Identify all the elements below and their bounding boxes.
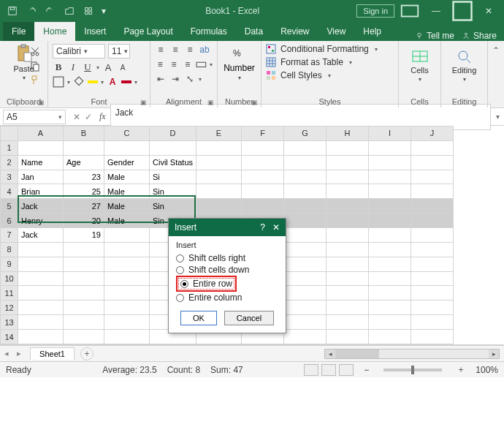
- expand-formula-icon[interactable]: ▾: [491, 113, 504, 121]
- borders-button[interactable]: [53, 76, 64, 88]
- new-sheet-button[interactable]: ＋: [80, 347, 93, 360]
- horizontal-scrollbar[interactable]: ◂ ▸: [324, 349, 500, 359]
- cancel-formula-icon[interactable]: ✕: [73, 112, 80, 122]
- cell[interactable]: Jan: [18, 170, 64, 184]
- collapse-ribbon-icon[interactable]: ⌃: [488, 41, 504, 107]
- cell[interactable]: Age: [64, 155, 104, 170]
- cell[interactable]: Male: [104, 199, 150, 214]
- format-as-table-button[interactable]: Format as Table▾: [266, 57, 394, 67]
- col-header[interactable]: G: [284, 126, 327, 141]
- view-page-layout-icon[interactable]: [321, 364, 336, 376]
- row-header[interactable]: 5: [1, 199, 18, 214]
- cell[interactable]: Jack: [18, 199, 64, 214]
- cell[interactable]: Gender: [104, 155, 150, 170]
- open-icon[interactable]: [61, 3, 77, 19]
- italic-button[interactable]: I: [67, 61, 79, 73]
- cell[interactable]: Si: [150, 170, 196, 184]
- zoom-level[interactable]: 100%: [476, 365, 498, 375]
- col-header[interactable]: F: [242, 126, 284, 141]
- dialog-titlebar[interactable]: Insert ? ✕: [169, 219, 286, 236]
- tab-review[interactable]: Review: [272, 22, 318, 41]
- share-button[interactable]: Share: [462, 31, 497, 41]
- row-header[interactable]: 1: [1, 140, 18, 155]
- col-header[interactable]: E: [196, 126, 242, 141]
- format-painter-icon[interactable]: [29, 75, 41, 86]
- fx-icon[interactable]: fx: [99, 111, 106, 122]
- cell[interactable]: 23: [64, 170, 104, 184]
- tell-me-button[interactable]: Tell me: [415, 31, 454, 41]
- editing-button[interactable]: Editing ▾: [446, 48, 483, 83]
- col-header[interactable]: I: [369, 126, 411, 141]
- row-header[interactable]: 4: [1, 184, 18, 199]
- name-box[interactable]: A5▾: [3, 110, 66, 124]
- col-header[interactable]: J: [411, 126, 454, 141]
- cell[interactable]: 19: [64, 228, 104, 243]
- tab-page-layout[interactable]: Page Layout: [115, 22, 181, 41]
- ribbon-options-icon[interactable]: [399, 2, 421, 20]
- zoom-slider[interactable]: [383, 369, 442, 371]
- cell-styles-button[interactable]: Cell Styles▾: [266, 70, 394, 80]
- row-header[interactable]: 6: [1, 214, 18, 228]
- tab-data[interactable]: Data: [236, 22, 272, 41]
- clipboard-launcher-icon[interactable]: ▣: [38, 99, 45, 106]
- signin-button[interactable]: Sign in: [356, 4, 394, 18]
- font-launcher-icon[interactable]: ▣: [140, 99, 147, 106]
- redo-icon[interactable]: [42, 3, 58, 19]
- alignment-launcher-icon[interactable]: ▣: [207, 99, 214, 106]
- row-header[interactable]: 7: [1, 228, 18, 243]
- col-header[interactable]: C: [104, 126, 150, 141]
- wrap-text-icon[interactable]: ab: [199, 44, 210, 56]
- align-middle-icon[interactable]: ≡: [169, 44, 181, 56]
- cell[interactable]: Male: [104, 170, 150, 184]
- align-right-icon[interactable]: ≡: [183, 58, 194, 70]
- maximize-icon[interactable]: [451, 2, 473, 20]
- cells-button[interactable]: Cells ▾: [403, 48, 436, 83]
- zoom-in-icon[interactable]: ＋: [457, 363, 465, 376]
- row-header[interactable]: 3: [1, 170, 18, 184]
- cell[interactable]: Henry: [18, 214, 64, 228]
- cell[interactable]: Sin: [150, 199, 196, 214]
- align-center-icon[interactable]: ≡: [169, 58, 180, 70]
- row-header[interactable]: 2: [1, 155, 18, 170]
- conditional-formatting-button[interactable]: Conditional Formatting▾: [266, 44, 394, 54]
- cut-icon[interactable]: [29, 45, 41, 57]
- underline-button[interactable]: U: [82, 61, 93, 73]
- align-bottom-icon[interactable]: ≡: [184, 44, 196, 56]
- cell[interactable]: 27: [64, 199, 104, 214]
- ok-button[interactable]: OK: [180, 311, 217, 325]
- increase-indent-icon[interactable]: ⇥: [169, 73, 181, 85]
- sheet-nav-icons[interactable]: ◂ ▸: [4, 349, 24, 358]
- number-format-button[interactable]: % Number ▾: [222, 44, 256, 81]
- cell[interactable]: 20: [64, 214, 104, 228]
- align-top-icon[interactable]: ≡: [155, 44, 167, 56]
- view-normal-icon[interactable]: [304, 364, 318, 376]
- tab-file[interactable]: File: [3, 22, 34, 41]
- cancel-button[interactable]: Cancel: [224, 311, 274, 325]
- close-icon[interactable]: ✕: [478, 2, 500, 20]
- scroll-right-icon[interactable]: ▸: [489, 349, 499, 358]
- minimize-icon[interactable]: ―: [425, 2, 447, 20]
- merge-icon[interactable]: [196, 58, 207, 70]
- fill-color-button[interactable]: [73, 76, 85, 88]
- copy-icon[interactable]: [29, 60, 41, 72]
- row-header[interactable]: 13: [1, 315, 18, 330]
- bold-button[interactable]: B: [53, 61, 64, 73]
- dialog-close-icon[interactable]: ✕: [272, 222, 280, 233]
- col-header[interactable]: B: [64, 126, 104, 141]
- cell[interactable]: Male: [104, 184, 150, 199]
- row-header[interactable]: 12: [1, 301, 18, 315]
- cell[interactable]: Brian: [18, 184, 64, 199]
- option-shift-down[interactable]: Shift cells down: [176, 264, 278, 276]
- grow-font-button[interactable]: A: [102, 61, 114, 73]
- cell[interactable]: Jack: [18, 228, 64, 243]
- row-header[interactable]: 14: [1, 330, 18, 344]
- option-shift-right[interactable]: Shift cells right: [176, 252, 278, 264]
- tab-help[interactable]: Help: [354, 22, 390, 41]
- col-header[interactable]: H: [327, 126, 369, 141]
- cell[interactable]: Male: [104, 214, 150, 228]
- shrink-font-button[interactable]: A: [117, 61, 129, 73]
- paste-dropdown-icon[interactable]: ▾: [23, 75, 26, 81]
- tab-formulas[interactable]: Formulas: [182, 22, 236, 41]
- cell[interactable]: Civil Status: [150, 155, 196, 170]
- col-header[interactable]: D: [150, 126, 196, 141]
